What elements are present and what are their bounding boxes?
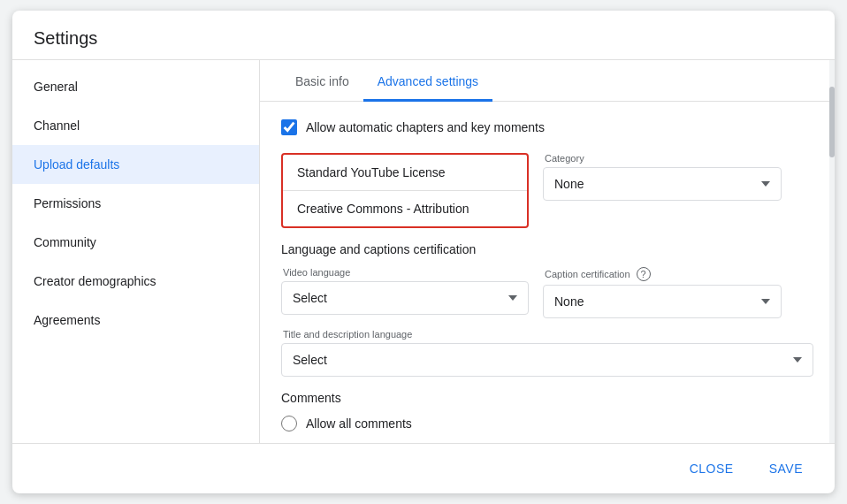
scrollbar-thumb[interactable] [829,87,835,157]
comments-title: Comments [281,391,813,405]
tab-content-advanced: Allow automatic chapters and key moments… [260,102,835,443]
tabs: Basic info Advanced settings [260,60,835,102]
language-section-title: Language and captions certification [281,242,813,256]
license-dropdown[interactable]: Standard YouTube License Creative Common… [281,153,529,228]
video-language-value: Select [293,291,327,305]
video-language-field: Video language Select [281,267,529,318]
category-chevron-icon [761,181,770,187]
sidebar-item-agreements[interactable]: Agreements [12,301,259,340]
video-language-label: Video language [281,267,529,278]
video-language-select[interactable]: Select [281,281,529,315]
sidebar-item-general[interactable]: General [12,67,259,106]
title-lang-select[interactable]: Select [281,343,813,377]
dialog-footer: CLOSE SAVE [12,443,835,493]
caption-certification-field: Caption certification ? None [543,267,782,318]
main-content: Basic info Advanced settings Allow autom… [260,60,835,443]
sidebar-item-channel[interactable]: Channel [12,106,259,145]
caption-certification-label: Caption certification ? [543,267,782,281]
title-lang-label: Title and description language [281,329,813,340]
sidebar-item-creator-demographics[interactable]: Creator demographics [12,262,259,301]
sidebar-item-upload-defaults[interactable]: Upload defaults [12,145,259,184]
tab-advanced-settings[interactable]: Advanced settings [363,60,492,102]
title-lang-chevron-icon [793,357,802,363]
tab-basic-info[interactable]: Basic info [281,60,363,102]
auto-chapters-checkbox[interactable] [281,119,297,135]
category-field: Category None [543,153,782,201]
title-lang-field: Title and description language Select [281,329,813,377]
caption-certification-select[interactable]: None [543,285,782,318]
settings-dialog: Settings General Channel Upload defaults… [12,11,835,493]
comments-section: Comments Allow all comments [281,391,813,431]
allow-all-comments-row: Allow all comments [281,416,813,431]
allow-all-comments-label: Allow all comments [306,416,412,431]
allow-all-comments-radio[interactable] [281,416,297,431]
auto-chapters-label: Allow automatic chapters and key moments [306,120,545,134]
license-option-standard[interactable]: Standard YouTube License [283,155,527,190]
title-lang-value: Select [293,353,327,367]
sidebar-item-permissions[interactable]: Permissions [12,184,259,223]
category-select-wrap: Category None [543,153,782,228]
license-category-row: Standard YouTube License Creative Common… [281,153,813,228]
sidebar-item-community[interactable]: Community [12,223,259,262]
dialog-title: Settings [12,11,835,60]
category-select[interactable]: None [543,167,782,201]
category-label: Category [543,153,782,164]
caption-help-icon[interactable]: ? [637,267,651,281]
language-caption-row: Video language Select Caption certificat… [281,267,813,318]
sidebar: General Channel Upload defaults Permissi… [12,60,260,443]
close-button[interactable]: CLOSE [675,454,748,483]
scrollbar-track [829,60,835,443]
category-value: None [554,177,584,191]
license-option-creative-commons[interactable]: Creative Commons - Attribution [283,190,527,226]
auto-chapters-row: Allow automatic chapters and key moments [281,119,813,135]
caption-certification-chevron-icon [761,299,770,304]
video-language-chevron-icon [508,295,517,301]
caption-certification-value: None [554,294,584,309]
dialog-body: General Channel Upload defaults Permissi… [12,60,835,443]
save-button[interactable]: SAVE [755,454,817,483]
